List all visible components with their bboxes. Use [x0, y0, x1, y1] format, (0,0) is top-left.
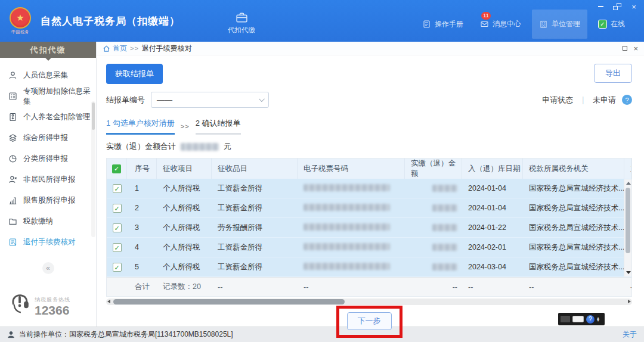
user-icon	[7, 331, 15, 338]
header-menu-label: 单位管理	[552, 19, 580, 29]
cell-etax-number	[298, 184, 405, 193]
sidebar-menu: 人员信息采集专项附加扣除信息采集个人养老金扣除管理综合所得申报分类所得申报非居民…	[0, 58, 96, 253]
header-menu-unit[interactable]: 单位管理	[532, 10, 587, 39]
statement-no-select[interactable]: ——	[151, 92, 269, 108]
cell-tax-item: 个人所得税	[157, 184, 212, 194]
masked-etax-number	[304, 223, 390, 231]
column-header: 序号	[127, 158, 157, 179]
header-menu-message[interactable]: 11消息中心	[474, 13, 527, 35]
cell-amount	[405, 204, 462, 212]
table-vertical-scrollbar[interactable]	[624, 179, 631, 276]
sidebar-item-label: 限售股所得申报	[23, 195, 76, 206]
close-button[interactable]: ×	[630, 3, 638, 10]
table-body: ✓1个人所得税工资薪金所得2024-01-04国家税务总局宣城经济技术...国家…	[107, 179, 631, 277]
tab-withholding[interactable]: 代扣代缴	[228, 11, 255, 35]
refund-check-panel: 获取结报单 导出 结报单编号 —— 申请状态 ｜ 未申请 ?	[97, 55, 644, 327]
step-1-tab[interactable]: 1 勾选单户核对清册	[106, 118, 175, 135]
scroll-down-arrow-icon[interactable]	[626, 271, 631, 274]
header-menu-label: 在线	[611, 19, 625, 29]
sidebar-item-pension-deduction[interactable]: 个人养老金扣除管理	[0, 107, 96, 128]
cell-seq: 2	[127, 204, 157, 212]
cell-date: 2024-01-22	[462, 223, 523, 232]
restore-button[interactable]	[613, 3, 621, 10]
fetch-statement-button[interactable]: 获取结报单	[106, 64, 163, 84]
scroll-up-arrow-icon[interactable]	[626, 182, 631, 185]
header-menu-manual[interactable]: 操作手册	[416, 13, 469, 35]
steps-separator: >>	[181, 123, 190, 135]
sidebar-item-tax-payment[interactable]: 税款缴纳	[0, 211, 96, 232]
footer-dash: --	[624, 283, 631, 291]
scroll-left-arrow-icon[interactable]	[107, 300, 110, 303]
sidebar-item-personnel-info[interactable]: 人员信息采集	[0, 65, 96, 86]
national-emblem-logo: ★ 中国税务	[6, 7, 35, 35]
manual-icon	[422, 20, 431, 29]
ime-toolbar[interactable]: ? ▴▾	[558, 313, 605, 325]
vertical-scroll-thumb[interactable]	[626, 188, 630, 253]
table-row[interactable]: ✓1个人所得税工资薪金所得2024-01-04国家税务总局宣城经济技术...国家…	[107, 179, 631, 198]
column-header: 入（退）库日期	[462, 158, 523, 179]
row-checkbox[interactable]: ✓	[113, 204, 122, 213]
sidebar-item-nonresident[interactable]: 非居民所得申报	[0, 169, 96, 190]
cell-tax-category: 工资薪金所得	[212, 184, 298, 194]
keyboard-icon[interactable]	[572, 316, 584, 322]
cell-tax-authority: 国家税务总局宣城经济技术...	[523, 242, 624, 253]
minimize-button[interactable]	[596, 3, 605, 10]
sidebar: 代扣代缴 人员信息采集专项附加扣除信息采集个人养老金扣除管理综合所得申报分类所得…	[0, 42, 97, 327]
row-checkbox[interactable]: ✓	[113, 223, 122, 232]
table-row[interactable]: ✓4个人所得税工资薪金所得2024-02-01国家税务总局宣城经济技术...国家…	[107, 238, 631, 257]
annotation-highlight-box: 下一步	[336, 306, 402, 338]
sidebar-item-label: 综合所得申报	[23, 133, 68, 143]
unread-badge: 11	[481, 12, 491, 20]
cell-etax-number	[298, 243, 405, 252]
row-checkbox[interactable]: ✓	[113, 243, 122, 252]
cell-amount	[405, 185, 462, 192]
sidebar-collapse-button[interactable]: «	[42, 262, 54, 274]
hotline: 纳税服务热线 12366	[7, 292, 70, 317]
cell-tax-authority: 国家税务总局宣城经济技术...	[523, 223, 624, 233]
sidebar-item-label: 税款缴纳	[23, 216, 53, 226]
panel-controls: ×	[623, 45, 638, 52]
sidebar-item-label: 人员信息采集	[23, 70, 68, 80]
breadcrumb: 首页 >> 退付手续费核对 ×	[97, 42, 644, 55]
header-menu-label: 操作手册	[435, 19, 463, 29]
panel-close-icon[interactable]: ×	[633, 45, 638, 52]
row-checkbox[interactable]: ✓	[113, 263, 122, 272]
cell-tax-category: 工资薪金所得	[212, 262, 298, 272]
ime-expand-icon[interactable]: ▴▾	[597, 317, 599, 322]
sidebar-item-classified[interactable]: 分类所得申报	[0, 148, 96, 169]
sidebar-item-restricted-shares[interactable]: 限售股所得申报	[0, 190, 96, 211]
help-icon[interactable]: ?	[622, 95, 632, 105]
tab-withholding-label: 代扣代缴	[228, 26, 255, 35]
step-2-tab[interactable]: 2 确认结报单	[196, 118, 241, 135]
table-row[interactable]: ✓5个人所得税工资薪金所得2024-03-04国家税务总局宣城经济技术...国家…	[107, 257, 631, 277]
table-row[interactable]: ✓2个人所得税工资薪金所得2024-01-04国家税务总局宣城经济技术...国家…	[107, 198, 631, 218]
ime-help-icon[interactable]: ?	[586, 315, 595, 324]
column-header: 电子税票号码	[298, 158, 405, 179]
table-row[interactable]: ✓3个人所得税劳务报酬所得2024-01-22国家税务总局宣城经济技术...国家…	[107, 218, 631, 238]
cell-seq: 5	[127, 263, 157, 271]
sidebar-scrollbar[interactable]	[91, 101, 95, 237]
export-button[interactable]: 导出	[594, 64, 632, 83]
header-menu-online[interactable]: ✓在线	[592, 13, 631, 35]
form-icon	[8, 92, 17, 101]
scroll-right-arrow-icon[interactable]	[628, 300, 631, 303]
breadcrumb-home[interactable]: 首页	[103, 43, 127, 54]
footer-total-label: 合计	[127, 282, 157, 292]
amount-total-label: 实缴（退）金额合计	[106, 141, 176, 152]
sidebar-header: 代扣代缴	[0, 42, 96, 58]
sidebar-item-comprehensive[interactable]: 综合所得申报	[0, 128, 96, 148]
panel-restore-icon[interactable]	[623, 46, 627, 51]
horizontal-scroll-thumb[interactable]	[113, 299, 345, 304]
next-step-button[interactable]: 下一步	[347, 312, 392, 330]
column-header: 征收项目	[157, 158, 212, 179]
sidebar-item-refund-fee-check[interactable]: 退付手续费核对	[0, 232, 96, 253]
ime-mode-icon[interactable]	[561, 316, 570, 322]
sidebar-item-special-deduction[interactable]: 专项附加扣除信息采集	[0, 86, 96, 107]
sidebar-item-label: 分类所得申报	[23, 154, 68, 164]
table-horizontal-scrollbar[interactable]	[106, 299, 632, 305]
chevron-down-icon	[259, 96, 265, 102]
row-checkbox[interactable]: ✓	[113, 184, 122, 193]
select-all-checkbox[interactable]: ✓	[112, 164, 121, 173]
cell-tax-authority: 国家税务总局宣城经济技术...	[523, 203, 624, 213]
emblem-icon: ★	[10, 7, 31, 29]
